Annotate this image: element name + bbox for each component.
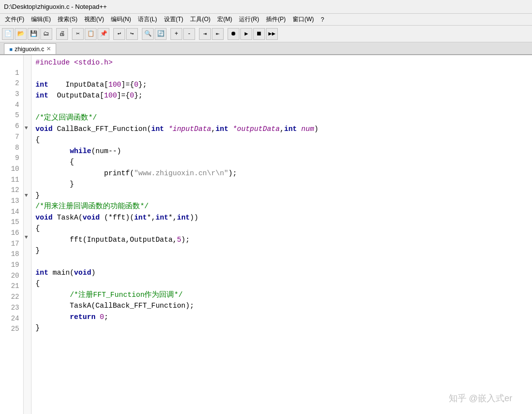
toolbar-save[interactable]: 💾 xyxy=(28,28,39,40)
menu-edit[interactable]: 编辑(E) xyxy=(28,14,54,25)
titlebar: D:\Desktop\zhiguoxin.c - Notepad++ xyxy=(0,0,532,14)
fold-markers: ▼ ▼ ▼ xyxy=(24,55,32,414)
toolbar-zoomout[interactable]: - xyxy=(183,28,195,40)
tab-label: zhiguoxin.c xyxy=(15,46,44,53)
menu-help[interactable]: ? xyxy=(318,15,327,24)
toolbar-open[interactable]: 📂 xyxy=(15,28,27,40)
toolbar-unindent[interactable]: ⇤ xyxy=(212,28,224,40)
menu-run[interactable]: 运行(R) xyxy=(236,14,262,25)
toolbar-new[interactable]: 📄 xyxy=(2,28,14,40)
menu-search[interactable]: 搜索(S) xyxy=(55,14,80,25)
tabbar: ■ zhiguoxin.c ✕ xyxy=(0,42,532,55)
toolbar: 📄 📂 💾 🗂 🖨 ✂ 📋 📌 ↩ ↪ 🔍 🔄 + - ⇥ ⇤ ⏺ ▶ ⏹ ▶▶ xyxy=(0,26,532,42)
toolbar-saveall[interactable]: 🗂 xyxy=(40,28,52,40)
code-panel[interactable]: ▼ ▼ ▼ #include <stdio.h> int InputData[1… xyxy=(24,55,532,414)
menu-encode[interactable]: 编码(N) xyxy=(108,14,134,25)
line-numbers: 1 2 3 4 5 6 7 8 9 10 11 12 13 14 15 16 1… xyxy=(0,55,24,414)
tab-icon: ■ xyxy=(9,46,13,52)
editor: 1 2 3 4 5 6 7 8 9 10 11 12 13 14 15 16 1… xyxy=(0,55,532,414)
toolbar-undo[interactable]: ↩ xyxy=(113,28,125,40)
toolbar-macro-play[interactable]: ▶ xyxy=(240,28,252,40)
menu-tools[interactable]: 工具(O) xyxy=(187,14,213,25)
toolbar-find[interactable]: 🔍 xyxy=(142,28,154,40)
menu-window[interactable]: 窗口(W) xyxy=(290,14,317,25)
toolbar-indent[interactable]: ⇥ xyxy=(199,28,211,40)
toolbar-copy[interactable]: 📋 xyxy=(85,28,97,40)
title-text: D:\Desktop\zhiguoxin.c - Notepad++ xyxy=(4,3,107,10)
toolbar-macro-stop[interactable]: ⏹ xyxy=(253,28,265,40)
menu-view[interactable]: 视图(V) xyxy=(81,14,107,25)
menu-plugins[interactable]: 插件(P) xyxy=(263,14,289,25)
toolbar-zoomin[interactable]: + xyxy=(170,28,182,40)
menu-macro[interactable]: 宏(M) xyxy=(214,14,235,25)
tab-zhiguoxin[interactable]: ■ zhiguoxin.c ✕ xyxy=(4,43,56,54)
toolbar-redo[interactable]: ↪ xyxy=(126,28,138,40)
tab-close-btn[interactable]: ✕ xyxy=(46,46,51,52)
menu-file[interactable]: 文件(F) xyxy=(2,14,27,25)
menu-settings[interactable]: 设置(T) xyxy=(161,14,186,25)
menu-lang[interactable]: 语言(L) xyxy=(135,14,160,25)
menubar: 文件(F) 编辑(E) 搜索(S) 视图(V) 编码(N) 语言(L) 设置(T… xyxy=(0,14,532,26)
toolbar-macro-rec[interactable]: ⏺ xyxy=(228,28,239,40)
toolbar-cut[interactable]: ✂ xyxy=(72,28,84,40)
toolbar-print[interactable]: 🖨 xyxy=(56,28,68,40)
toolbar-run[interactable]: ▶▶ xyxy=(266,28,278,40)
toolbar-paste[interactable]: 📌 xyxy=(98,28,109,40)
toolbar-replace[interactable]: 🔄 xyxy=(155,28,166,40)
code-content[interactable]: #include <stdio.h> int InputData[100]={0… xyxy=(32,55,532,414)
